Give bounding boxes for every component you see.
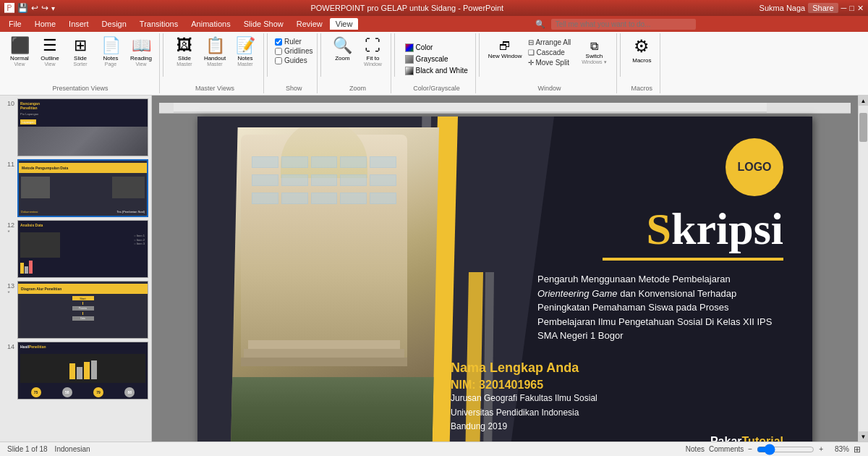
scroll-down-button[interactable]: ▼	[859, 431, 868, 442]
slides-panel[interactable]: 10 RancanganPenelitian Pro Lapangan Lapa…	[0, 96, 152, 442]
cascade-button[interactable]: ❑ Cascade	[526, 48, 573, 57]
zoom-in-icon[interactable]: +	[819, 445, 823, 453]
logo-text: LOGO	[737, 161, 771, 174]
university-line2: Universitas Pendidikan Indonesia	[451, 406, 597, 420]
notes-master-button[interactable]: 📝 Notes Master	[231, 35, 259, 68]
fit-icon: ⛶	[365, 36, 380, 55]
vegetation	[219, 377, 451, 442]
slide-thumb-13[interactable]: Diagram Alur Penelitian Start Process Da…	[17, 281, 148, 339]
comments-button[interactable]: Comments	[709, 445, 744, 453]
slide-thumb-12[interactable]: Analisis Data ○ Item 1 ○ Item 2 ○ Item 3	[17, 220, 148, 278]
show-group: Ruler Gridlines Guides Show	[271, 33, 318, 93]
arrange-all-button[interactable]: ⊟ Arrange All	[526, 38, 573, 47]
bw-swatch	[405, 67, 414, 75]
scroll-up-button[interactable]: ▲	[859, 96, 868, 106]
gridlines-check[interactable]	[275, 48, 282, 55]
menu-file[interactable]: File	[3, 18, 27, 30]
normal-view-button[interactable]: ⬛ Normal View	[6, 35, 33, 68]
slide-item-10[interactable]: 10 RancanganPenelitian Pro Lapangan Lapa…	[3, 98, 148, 156]
right-scrollbar[interactable]: ▲ ▼	[858, 96, 868, 442]
new-window-button[interactable]: 🗗 New Window	[487, 38, 524, 67]
macros-icon: ⚙	[634, 36, 650, 57]
outline-sublabel: View	[44, 62, 55, 67]
thumb-content-13: Diagram Alur Penelitian Start Process Da…	[18, 282, 148, 338]
black-white-button[interactable]: Black and White	[402, 66, 470, 76]
customize-icon[interactable]: ▾	[51, 4, 55, 12]
slide-master-label2: Master	[176, 62, 192, 67]
zoom-button[interactable]: 🔍 Zoom	[328, 35, 356, 63]
thumb-content-14: HasilPenelitian 75 58 79 88	[18, 342, 148, 399]
fit-label1: Fit to	[367, 55, 380, 62]
handout-label2: Master	[207, 62, 222, 67]
share-button[interactable]: Share	[808, 3, 838, 13]
undo-icon[interactable]: ↩	[31, 3, 38, 13]
guides-checkbox[interactable]: Guides	[275, 56, 312, 64]
handout-master-button[interactable]: 📋 Handout Master	[201, 35, 229, 68]
window-label: Window	[538, 85, 561, 92]
slide-item-13[interactable]: 13 * Diagram Alur Penelitian Start Proce…	[3, 281, 148, 339]
notes-page-label: Notes	[103, 55, 119, 62]
menu-bar: File Home Insert Design Transitions Anim…	[0, 16, 868, 32]
search-input[interactable]	[551, 19, 696, 30]
slide-thumb-10[interactable]: RancanganPenelitian Pro Lapangan Lapanga…	[17, 98, 148, 156]
quick-save-icon[interactable]: 💾	[17, 3, 28, 13]
outline-view-button[interactable]: ☰ Outline View	[36, 35, 64, 68]
slide-thumb-14[interactable]: HasilPenelitian 75 58 79 88	[17, 342, 148, 400]
title-bar: 🅿 💾 ↩ ↪ ▾ POWERPOINT pro GELAP untuk Sid…	[0, 0, 868, 16]
zoom-slider[interactable]	[757, 445, 814, 454]
menu-insert[interactable]: Insert	[63, 18, 95, 30]
slide-item-12[interactable]: 12 * Analisis Data ○ Item 1 ○ Item 2 ○ I…	[3, 220, 148, 278]
canvas-area[interactable]: // Will be handled by JS below	[152, 96, 858, 442]
menu-review[interactable]: Review	[291, 18, 328, 30]
fit-slide-icon[interactable]: ⊞	[854, 444, 861, 455]
ruler-check[interactable]	[275, 38, 282, 46]
app-icon: 🅿	[4, 2, 14, 14]
ribbon-sep-4	[394, 33, 395, 77]
university-line3: Bandung 2019	[451, 420, 597, 434]
color-button[interactable]: Color	[402, 43, 435, 53]
arrange-label: Arrange All	[535, 38, 571, 46]
minimize-button[interactable]: ─	[841, 4, 847, 12]
fit-to-window-button[interactable]: ⛶ Fit to Window	[359, 35, 386, 68]
slide-item-11[interactable]: 11 Metode Pengumpulan Data Dokumentasi T…	[3, 159, 148, 217]
thumb-header-10: RancanganPenelitian	[20, 101, 40, 110]
maximize-button[interactable]: □	[849, 4, 854, 12]
ruler-checkbox[interactable]: Ruler	[275, 38, 312, 46]
slide-item-14[interactable]: 14 HasilPenelitian 75 58	[3, 342, 148, 400]
macros-button[interactable]: ⚙ Macros	[628, 35, 655, 65]
color-grayscale-label: Color/Grayscale	[413, 85, 460, 92]
scroll-thumb[interactable]	[859, 113, 867, 142]
title-bar-right: Sukma Naga Share ─ □ ✕	[760, 3, 864, 13]
redo-icon[interactable]: ↪	[41, 3, 48, 13]
main-slide[interactable]: LOGO Skripsi Pengaruh Menggunaan Metode …	[197, 117, 812, 442]
grayscale-button[interactable]: Grayscale	[402, 54, 451, 64]
gridlines-checkbox[interactable]: Gridlines	[275, 47, 312, 55]
slide-number-14: 14	[3, 342, 14, 350]
show-label: Show	[286, 85, 302, 92]
slide-master-button[interactable]: 🖼 Slide Master	[171, 35, 198, 68]
menu-home[interactable]: Home	[29, 18, 61, 30]
brand-left: Pakar	[710, 435, 742, 442]
menu-animations[interactable]: Animations	[185, 18, 236, 30]
slide-number-12: 12	[3, 220, 14, 229]
notes-button[interactable]: Notes	[686, 445, 705, 453]
close-button[interactable]: ✕	[857, 4, 864, 13]
menu-view[interactable]: View	[330, 18, 359, 30]
guides-check[interactable]	[275, 57, 282, 64]
reading-icon: 📖	[132, 36, 151, 55]
slide-sorter-button[interactable]: ⊞ Slide Sorter	[67, 35, 94, 68]
switch-windows-button[interactable]: ⧉ Switch Windows ▾	[576, 38, 612, 67]
slide-thumb-11[interactable]: Metode Pengumpulan Data Dokumentasi Tes …	[17, 159, 148, 217]
ribbon-sep-2	[267, 33, 268, 77]
user-name[interactable]: Sukma Naga	[760, 4, 806, 12]
move-split-button[interactable]: ✛ Move Split	[526, 58, 573, 67]
menu-transitions[interactable]: Transitions	[134, 18, 184, 30]
menu-design[interactable]: Design	[96, 18, 132, 30]
scroll-track[interactable]	[859, 106, 868, 431]
zoom-value[interactable]: 83%	[827, 445, 849, 453]
zoom-out-icon[interactable]: −	[748, 445, 752, 453]
notes-page-button[interactable]: 📄 Notes Page	[97, 35, 124, 68]
reading-view-button[interactable]: 📖 Reading View	[127, 35, 155, 68]
menu-slideshow[interactable]: Slide Show	[238, 18, 289, 30]
color-swatch	[405, 43, 414, 52]
